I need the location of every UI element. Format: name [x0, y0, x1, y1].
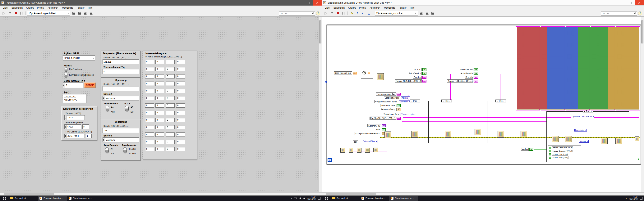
measurement-cell[interactable]: 0 [176, 140, 185, 144]
menu-item-bearbeiten[interactable]: Bearbeiten [10, 6, 24, 10]
res-channels-input[interactable]: 102 [102, 128, 139, 133]
measurement-cell[interactable]: 0 [176, 67, 185, 71]
time-display[interactable]: 00:00:00,000 DD.MM.YYYY [63, 94, 86, 103]
search-box[interactable]: Suchen [601, 11, 637, 15]
measurement-cell[interactable]: 0 [145, 103, 154, 108]
measurement-cell[interactable]: 0 [145, 140, 154, 144]
enum-constant[interactable]: Internal [401, 96, 410, 99]
spinner-icon[interactable] [64, 134, 67, 138]
measurement-cell[interactable]: 0 [156, 60, 164, 64]
front-panel-canvas[interactable]: Agilent GPIB GPIB0::1::INSTR Modus Konfi… [0, 17, 319, 192]
vi-icon[interactable] [616, 138, 622, 144]
start-button[interactable] [0, 196, 9, 201]
horizontal-scrollbar[interactable] [0, 192, 322, 196]
boolean-constant[interactable] [549, 157, 551, 159]
measurement-cell[interactable]: 0 [145, 82, 154, 86]
pause-button[interactable] [341, 11, 346, 16]
gpib-resource-combo[interactable]: GPIB0::1::INSTR [63, 55, 95, 61]
menu-item-datei[interactable]: Datei [323, 6, 332, 10]
start-button[interactable] [322, 196, 331, 201]
string-terminal[interactable]: abc [474, 76, 478, 79]
measurement-cell[interactable]: 0 [145, 133, 154, 137]
menu-item-projekt[interactable]: Projekt [35, 6, 46, 10]
distribute-objects-button[interactable] [424, 11, 429, 16]
measurement-cell[interactable]: 0 [166, 147, 174, 151]
spinner-icon[interactable] [103, 138, 105, 142]
measurement-cell[interactable]: 0 [166, 111, 174, 115]
volt-range-combo[interactable]: Maximum [102, 96, 139, 101]
action-center-icon[interactable] [640, 197, 642, 200]
measurement-cell[interactable]: 0 [166, 89, 174, 93]
numeric-terminal[interactable]: DBL [353, 72, 357, 74]
vi-icon[interactable] [520, 131, 527, 137]
spinner-icon[interactable] [64, 125, 67, 129]
measurement-cell[interactable]: 0 [145, 67, 154, 71]
visa-terminal[interactable]: I/O [382, 124, 386, 127]
temp-channels-input[interactable]: 101,201 [102, 59, 139, 64]
scan-interval-input[interactable]: 5 [63, 82, 83, 88]
measurement-cell[interactable]: 0 [176, 111, 185, 115]
vi-icon[interactable] [377, 73, 384, 80]
measurement-cell[interactable]: 0 [176, 118, 185, 122]
measurement-cell[interactable]: 0 [156, 118, 164, 122]
align-objects-button[interactable] [418, 11, 424, 16]
acdc-switch[interactable] [125, 106, 128, 111]
measurement-cell[interactable]: 0 [145, 147, 154, 151]
vi-icon[interactable] [617, 102, 622, 106]
scrollbar-thumb[interactable] [4, 193, 54, 195]
measurement-cell[interactable]: 0 [145, 89, 154, 93]
numeric-constant[interactable]: 20 [397, 108, 401, 111]
run-continuous-button[interactable] [8, 11, 12, 16]
menu-item-werkzeuge[interactable]: Werkzeuge [382, 6, 397, 10]
boolean-constant[interactable] [549, 153, 551, 156]
pause-button[interactable] [19, 11, 24, 16]
tc-type-input[interactable]: K [102, 69, 139, 74]
volt-channels-input[interactable] [102, 86, 139, 91]
menu-item-ausführen[interactable]: Ausführen [46, 6, 60, 10]
battery-icon[interactable] [294, 198, 297, 199]
vi-icon[interactable] [365, 148, 370, 153]
vi-icon[interactable] [411, 131, 418, 138]
boolean-constant[interactable] [549, 147, 551, 149]
measurement-cell[interactable]: 0 [166, 140, 174, 144]
enum-constant[interactable]: Manual [579, 140, 588, 143]
run-button[interactable] [2, 11, 7, 16]
measurement-cell[interactable]: 0 [145, 125, 154, 129]
flow-num-input[interactable]: 1 [86, 134, 92, 138]
measurement-cell[interactable]: 0 [176, 60, 185, 64]
maximize-button[interactable] [626, 0, 635, 5]
menu-item-ausführen[interactable]: Ausführen [368, 6, 382, 10]
measurement-cell[interactable]: 0 [156, 125, 164, 129]
measurement-cell[interactable]: 0 [156, 140, 164, 144]
modus-switch-konfigurieren[interactable] [64, 67, 67, 72]
run-continuous-button[interactable] [330, 11, 334, 16]
measurement-cell[interactable]: 0 [156, 89, 164, 93]
step-into-button[interactable] [355, 11, 360, 16]
measurement-cell[interactable]: 0 [166, 118, 174, 122]
vi-icon[interactable] [552, 136, 559, 142]
string-terminal[interactable]: abc [422, 76, 426, 79]
vi-icon[interactable] [349, 148, 353, 153]
measurement-cell[interactable]: 0 [176, 96, 185, 100]
vi-icon[interactable] [565, 136, 572, 142]
measurement-cell[interactable]: 0 [166, 103, 174, 108]
taskbar-clock[interactable]: 15:34 28.05.2019 [307, 196, 316, 201]
run-button[interactable] [324, 11, 329, 16]
timeout-input[interactable]: 10000 [64, 115, 85, 120]
spinner-icon[interactable] [64, 115, 67, 120]
tray-expand-icon[interactable]: ∧ [291, 197, 292, 200]
boolean-terminal[interactable]: TF [474, 72, 478, 75]
reorder-button[interactable] [88, 11, 93, 16]
measurement-cell[interactable]: 0 [166, 67, 174, 71]
string-terminal[interactable]: abc [422, 80, 426, 82]
measurement-cell[interactable]: 0 [166, 82, 174, 86]
abort-button[interactable] [13, 11, 18, 16]
vi-icon[interactable] [384, 132, 391, 138]
scrollbar-thumb[interactable] [319, 20, 322, 43]
help-button[interactable]: ? [316, 11, 320, 15]
taskbar-item-frontpanel[interactable]: Frontpanel von Agi... [38, 196, 67, 201]
measurement-cell[interactable]: 0 [176, 74, 185, 78]
measurement-cell[interactable]: 0 [176, 82, 185, 86]
menu-item-werkzeuge[interactable]: Werkzeuge [60, 6, 75, 10]
menu-item-hilfe[interactable]: Hilfe [408, 6, 416, 10]
